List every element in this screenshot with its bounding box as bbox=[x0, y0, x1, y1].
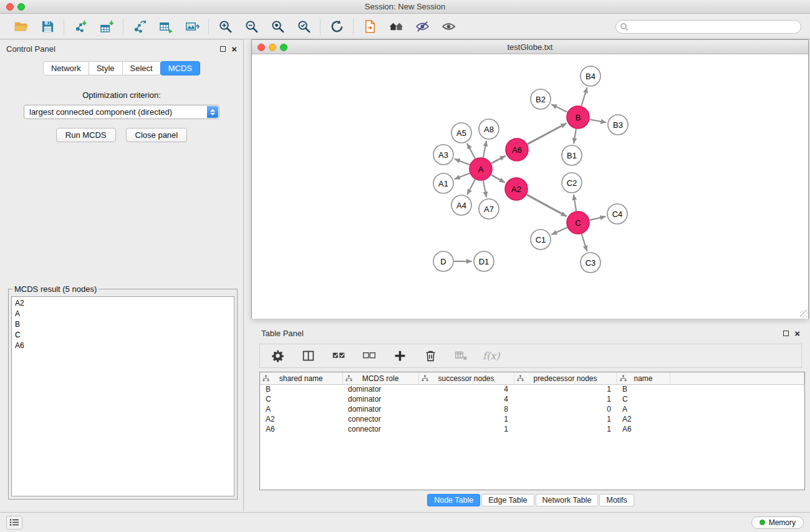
resize-grip[interactable] bbox=[800, 310, 808, 317]
table-settings-gear-icon[interactable] bbox=[269, 347, 286, 365]
graph-edge-A-A1[interactable] bbox=[455, 173, 470, 179]
memory-status-icon bbox=[759, 520, 765, 525]
delete-table-icon[interactable] bbox=[452, 347, 470, 365]
column-header-successor-nodes[interactable]: successor nodes bbox=[418, 372, 514, 384]
table-row[interactable]: Cdominator41C bbox=[260, 394, 804, 404]
close-window-icon[interactable] bbox=[258, 44, 265, 51]
export-image-icon[interactable] bbox=[183, 18, 201, 36]
table-row[interactable]: A6connector11A6 bbox=[260, 424, 804, 434]
zoom-window-icon[interactable] bbox=[17, 3, 25, 11]
graph-edge-B-B2[interactable] bbox=[551, 104, 567, 112]
graph-edge-A-A3[interactable] bbox=[455, 159, 470, 165]
import-network-icon[interactable] bbox=[72, 18, 89, 36]
network-window-titlebar[interactable]: testGlobe.txt bbox=[252, 40, 808, 54]
column-header-MCDS-role[interactable]: MCDS role bbox=[342, 372, 418, 384]
delete-icon[interactable] bbox=[422, 347, 439, 365]
tab-motifs[interactable]: Motifs bbox=[599, 494, 634, 506]
graph-edge-A-A4[interactable] bbox=[467, 180, 475, 195]
show-panel-icon[interactable] bbox=[440, 18, 457, 36]
zoom-in-icon[interactable] bbox=[216, 18, 234, 36]
zoom-out-icon[interactable] bbox=[243, 18, 260, 36]
column-header-predecessor-nodes[interactable]: predecessor nodes bbox=[514, 372, 617, 384]
tab-node-table[interactable]: Node Table bbox=[427, 494, 480, 506]
graph-edge-C-C2[interactable] bbox=[574, 195, 576, 211]
export-network-icon[interactable] bbox=[131, 18, 148, 36]
graph-edge-A-A2[interactable] bbox=[491, 175, 505, 182]
show-columns-icon[interactable] bbox=[299, 347, 317, 365]
hide-panel-icon[interactable] bbox=[413, 18, 431, 36]
table-body: Bdominator41BCdominator41CAdominator80AA… bbox=[260, 384, 804, 434]
graph-node-label: B1 bbox=[567, 151, 577, 160]
import-table-icon[interactable] bbox=[98, 18, 115, 36]
open-file-icon[interactable] bbox=[361, 18, 378, 36]
minimize-window-icon[interactable] bbox=[269, 44, 276, 51]
column-header-shared-name[interactable]: shared name bbox=[260, 372, 342, 384]
network-graph[interactable]: AA1A2A3A4A5A6A7A8BB1B2B3B4CC1C2C3C4DD1 bbox=[252, 55, 808, 319]
search-input[interactable] bbox=[615, 20, 801, 34]
export-table-icon[interactable] bbox=[157, 18, 175, 36]
close-panel-icon[interactable]: × bbox=[794, 329, 800, 338]
tab-mcds[interactable]: MCDS bbox=[160, 61, 200, 75]
deselect-all-icon[interactable] bbox=[360, 347, 378, 365]
graph-node-label: D bbox=[440, 257, 446, 266]
table-row[interactable]: Adominator80A bbox=[260, 404, 804, 414]
graph-edge-C-C4[interactable] bbox=[590, 216, 606, 220]
task-history-button[interactable] bbox=[6, 516, 22, 530]
close-panel-button[interactable]: Close panel bbox=[126, 128, 188, 142]
tab-select[interactable]: Select bbox=[122, 61, 161, 75]
add-row-icon[interactable] bbox=[391, 347, 408, 365]
graph-edge-A2-C[interactable] bbox=[527, 195, 567, 216]
tab-edge-table[interactable]: Edge Table bbox=[481, 494, 534, 506]
graph-edge-A-A5[interactable] bbox=[467, 143, 475, 158]
zoom-fit-icon[interactable] bbox=[269, 18, 286, 36]
tab-network-table[interactable]: Network Table bbox=[536, 494, 599, 506]
network-window-title: testGlobe.txt bbox=[508, 42, 553, 52]
select-all-icon[interactable] bbox=[330, 347, 347, 365]
zoom-selected-icon[interactable] bbox=[295, 18, 312, 36]
tab-style[interactable]: Style bbox=[89, 61, 123, 75]
close-panel-icon[interactable]: × bbox=[231, 44, 237, 54]
graph-edge-B-B4[interactable] bbox=[582, 87, 587, 106]
graph-edge-C-C1[interactable] bbox=[551, 228, 567, 235]
column-header-name[interactable]: name bbox=[617, 372, 670, 384]
control-panel-title: Control Panel bbox=[6, 44, 55, 54]
table-row[interactable]: Bdominator41B bbox=[260, 384, 804, 394]
close-window-icon[interactable] bbox=[6, 3, 14, 11]
list-icon bbox=[9, 518, 19, 526]
list-item[interactable]: B bbox=[12, 319, 234, 330]
table-row[interactable]: A2connector11A2 bbox=[260, 414, 804, 424]
tab-network[interactable]: Network bbox=[43, 61, 89, 75]
memory-button[interactable]: Memory bbox=[751, 516, 804, 529]
list-item[interactable]: C bbox=[12, 330, 234, 341]
graph-edge-A-A7[interactable] bbox=[483, 181, 486, 198]
float-panel-icon[interactable] bbox=[783, 331, 789, 336]
graph-edge-B-B1[interactable] bbox=[574, 129, 576, 144]
optimization-criterion-select[interactable]: largest connected component (directed) bbox=[24, 105, 219, 119]
graph-edge-A-A8[interactable] bbox=[483, 141, 486, 158]
network-canvas[interactable]: AA1A2A3A4A5A6A7A8BB1B2B3B4CC1C2C3C4DD1 bbox=[252, 55, 808, 319]
save-session-icon[interactable] bbox=[39, 18, 56, 36]
graph-edge-A-A6[interactable] bbox=[491, 156, 506, 163]
float-panel-icon[interactable] bbox=[220, 46, 226, 52]
list-item[interactable]: A bbox=[12, 309, 234, 319]
run-mcds-button[interactable]: Run MCDS bbox=[56, 128, 116, 142]
graph-edge-C-C3[interactable] bbox=[582, 234, 587, 251]
home-icon[interactable] bbox=[387, 18, 405, 36]
control-panel-tabs: NetworkStyleSelectMCDS bbox=[0, 61, 243, 75]
column-header-icon bbox=[263, 375, 269, 382]
graph-node-label: A8 bbox=[484, 125, 494, 134]
list-item[interactable]: A6 bbox=[12, 341, 234, 351]
list-item[interactable]: A2 bbox=[12, 298, 234, 309]
titlebar: Session: New Session bbox=[0, 0, 810, 14]
graph-edge-A6-B[interactable] bbox=[528, 123, 567, 144]
node-table[interactable]: shared name MCDS role successor nodes pr… bbox=[259, 372, 805, 490]
function-builder-icon[interactable]: f(x) bbox=[483, 350, 499, 362]
graph-node-label: A4 bbox=[456, 201, 466, 210]
graph-edge-B-B3[interactable] bbox=[590, 120, 607, 123]
open-session-icon[interactable] bbox=[12, 18, 30, 36]
table-panel: Table Panel × f(x) shared name MCDS role… bbox=[251, 324, 810, 511]
apply-layout-icon[interactable] bbox=[328, 18, 345, 36]
zoom-window-icon[interactable] bbox=[280, 44, 287, 51]
network-window: testGlobe.txt AA1A2A3A4A5A6A7A8BB1B2B3B4… bbox=[251, 39, 809, 319]
graph-node-label: A5 bbox=[456, 128, 466, 138]
